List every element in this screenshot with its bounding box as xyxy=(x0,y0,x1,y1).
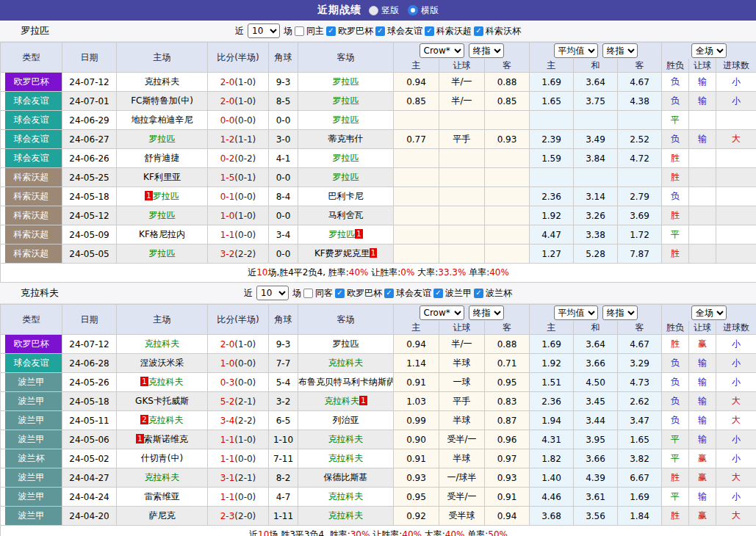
team-link[interactable]: 列治亚 xyxy=(333,415,359,425)
avg-source-select[interactable]: 平均值 xyxy=(554,305,598,320)
team-link[interactable]: 地拉拿柏迪辛尼 xyxy=(132,115,193,125)
league-checkbox-1[interactable]: ✓ xyxy=(384,289,394,298)
avg-home-cell: 1.82 xyxy=(530,449,574,468)
odds-away-cell xyxy=(485,206,530,225)
team-link[interactable]: 克拉科夫 xyxy=(328,510,364,521)
team-link[interactable]: KF利里亚 xyxy=(143,172,181,182)
team-link[interactable]: 克拉科夫 xyxy=(328,491,364,501)
avg-home-cell: 1.27 xyxy=(530,245,574,264)
avg-away-cell: 2.52 xyxy=(618,130,662,149)
result-cell: 胜 xyxy=(662,468,689,488)
team-link[interactable]: 克拉科夫 xyxy=(145,76,180,87)
layout-radio-label-1[interactable]: 横版 xyxy=(421,4,439,17)
league-label-0[interactable]: 欧罗巴杯 xyxy=(338,25,373,37)
layout-radio-0[interactable] xyxy=(369,6,378,15)
team-link[interactable]: 罗拉匹 xyxy=(333,95,359,106)
league-label-2[interactable]: 科索沃超 xyxy=(436,25,472,37)
team-link[interactable]: 涅波沃米采 xyxy=(140,358,184,368)
score-cell: 1-2(1-1) xyxy=(208,130,269,149)
team-link[interactable]: KF费罗妮克里 xyxy=(314,248,370,258)
team-link[interactable]: 马利舍瓦 xyxy=(328,210,364,220)
avg-away-cell xyxy=(618,168,662,187)
avg-time-select[interactable]: 终指 xyxy=(602,305,638,320)
home-team-cell: 克拉科夫 xyxy=(117,335,208,354)
team-link[interactable]: GKS卡托威斯 xyxy=(135,396,189,406)
team-link[interactable]: 舒肯迪捷 xyxy=(145,153,180,163)
team-link[interactable]: 克拉科夫 xyxy=(324,396,359,406)
corner-cell: 7-11 xyxy=(269,449,298,468)
team-link[interactable]: 萨尼克 xyxy=(149,510,176,521)
team-link[interactable]: 保德比斯基 xyxy=(324,472,368,482)
league-checkbox-0[interactable]: ✓ xyxy=(326,26,336,36)
team-link[interactable]: 克拉科夫 xyxy=(145,338,180,349)
league-label-3[interactable]: 波兰杯 xyxy=(486,287,512,300)
odds-source-select[interactable]: Crow* xyxy=(420,305,464,320)
odds-home-cell: 0.92 xyxy=(394,507,439,526)
league-checkbox-2[interactable]: ✓ xyxy=(425,26,434,36)
avg-home-cell: 1.94 xyxy=(530,411,574,430)
team-link[interactable]: KF格尼拉内 xyxy=(139,229,185,239)
same-venue-checkbox[interactable] xyxy=(295,26,304,36)
avg-source-select[interactable]: 平均值 xyxy=(554,43,598,58)
odds-time-select[interactable]: 终指 xyxy=(469,43,504,58)
odds-dropdown-cell: Crow*终指 xyxy=(394,305,530,322)
league-label-1[interactable]: 球会友谊 xyxy=(387,25,422,37)
team-link[interactable]: 蒂克韦什 xyxy=(328,134,364,144)
goals-result-cell: 大 xyxy=(716,392,756,411)
match-count-select[interactable]: 10 xyxy=(256,286,289,300)
layout-radio-label-0[interactable]: 竖版 xyxy=(381,4,399,17)
odds-line-cell xyxy=(439,187,485,206)
same-venue-label[interactable]: 同主 xyxy=(306,25,324,37)
team-link[interactable]: 布鲁克贝特马利卡纳斯萨 xyxy=(298,377,394,387)
team-link[interactable]: 克拉科夫 xyxy=(328,358,364,368)
league-checkbox-3[interactable]: ✓ xyxy=(474,26,483,36)
league-checkbox-3[interactable]: ✓ xyxy=(474,289,483,298)
team-link[interactable]: 克拉科夫 xyxy=(145,472,180,482)
team-link[interactable]: 克拉科夫 xyxy=(148,415,184,425)
team-link[interactable]: 罗拉匹 xyxy=(333,172,359,182)
league-checkbox-1[interactable]: ✓ xyxy=(375,26,385,36)
layout-radio-1[interactable] xyxy=(408,5,418,15)
result-cell: 胜 xyxy=(662,168,689,187)
avg-draw-cell xyxy=(574,168,618,187)
red-card-badge: 1 xyxy=(136,434,143,443)
avg-draw-cell: 3.66 xyxy=(574,354,618,373)
scope-select[interactable]: 全场 xyxy=(691,305,727,320)
avg-time-select[interactable]: 终指 xyxy=(602,43,638,58)
team-link[interactable]: 罗拉匹 xyxy=(149,134,176,144)
team-link[interactable]: 罗拉匹 xyxy=(333,338,359,349)
team-link[interactable]: 克拉科夫 xyxy=(328,434,364,444)
league-checkbox-0[interactable]: ✓ xyxy=(335,289,345,298)
same-venue-label[interactable]: 同客 xyxy=(315,287,333,300)
league-label-1[interactable]: 球会友谊 xyxy=(396,287,431,300)
league-label-3[interactable]: 科索沃杯 xyxy=(486,25,521,37)
league-label-0[interactable]: 欧罗巴杯 xyxy=(347,287,382,300)
odds-source-select[interactable]: Crow* xyxy=(420,43,464,58)
team-link[interactable]: 巴利卡尼 xyxy=(328,191,364,201)
team-link[interactable]: 罗拉匹 xyxy=(153,191,179,201)
team-link[interactable]: 雷索维亚 xyxy=(145,491,180,501)
scope-select[interactable]: 全场 xyxy=(691,43,727,58)
team-link[interactable]: 罗拉匹 xyxy=(149,248,176,258)
same-venue-checkbox[interactable] xyxy=(303,289,313,298)
team-link[interactable]: 索斯诺维克 xyxy=(144,434,188,444)
match-count-select[interactable]: 10 xyxy=(248,23,280,38)
handicap-result-cell: 输 xyxy=(689,73,716,92)
team-link[interactable]: 罗拉匹 xyxy=(333,76,359,87)
team-link[interactable]: 罗拉匹 xyxy=(333,115,359,125)
date-cell: 24-04-20 xyxy=(62,507,117,526)
team-link[interactable]: 罗拉匹 xyxy=(328,229,355,239)
league-label-2[interactable]: 波兰甲 xyxy=(445,287,472,300)
team-link[interactable]: 罗拉匹 xyxy=(333,153,359,163)
match-row: 欧罗巴杯24-07-12克拉科夫2-0(1-0)9-3罗拉匹0.94半/一0.8… xyxy=(1,73,756,92)
handicap-result-cell: 输 xyxy=(689,392,716,411)
team-link[interactable]: 克拉科夫 xyxy=(328,453,364,463)
team-link[interactable]: 罗拉匹 xyxy=(149,210,176,220)
team-link[interactable]: FC斯特鲁加(中) xyxy=(131,95,193,106)
avg-away-cell: 6.67 xyxy=(618,468,662,488)
team-link[interactable]: 什切青(中) xyxy=(141,453,183,463)
scope-dropdown-cell: 全场 xyxy=(662,305,756,322)
team-link[interactable]: 克拉科夫 xyxy=(148,377,184,387)
odds-time-select[interactable]: 终指 xyxy=(469,305,504,320)
league-checkbox-2[interactable]: ✓ xyxy=(433,289,443,298)
